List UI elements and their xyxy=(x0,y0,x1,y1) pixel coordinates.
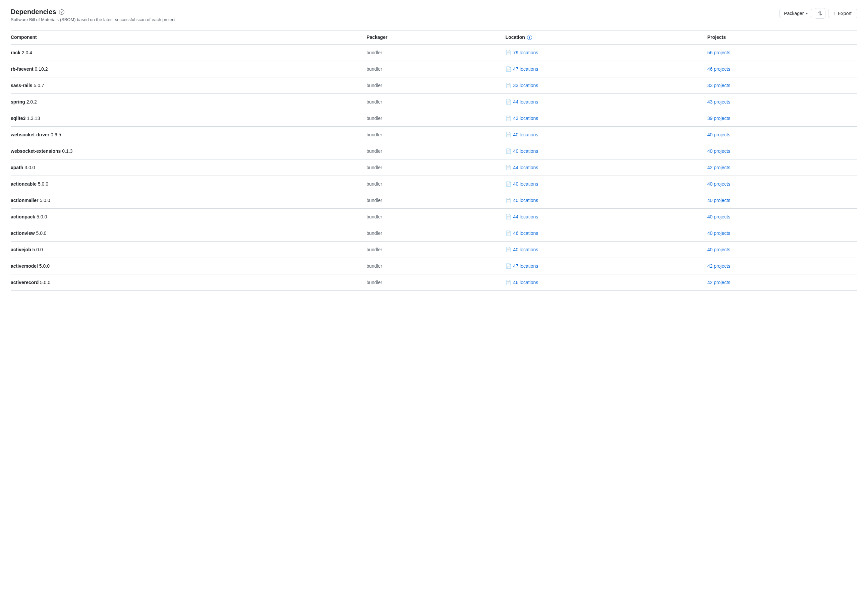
export-button[interactable]: ↑ Export xyxy=(828,9,857,18)
packager-label: Packager xyxy=(784,11,804,16)
component-cell: actionmailer 5.0.0 xyxy=(11,192,367,209)
packager-dropdown[interactable]: Packager ▾ xyxy=(779,9,812,18)
projects-link[interactable]: 39 projects xyxy=(707,116,730,121)
projects-link[interactable]: 40 projects xyxy=(707,132,730,137)
location-text: 43 locations xyxy=(513,116,538,121)
projects-link[interactable]: 40 projects xyxy=(707,230,730,236)
projects-cell: 42 projects xyxy=(707,159,857,176)
projects-link[interactable]: 42 projects xyxy=(707,280,730,285)
projects-link[interactable]: 42 projects xyxy=(707,165,730,170)
location-text: 46 locations xyxy=(513,230,538,236)
location-link[interactable]: 📄46 locations xyxy=(506,280,702,285)
table-row: websocket-extensions 0.1.3bundler📄40 loc… xyxy=(11,143,857,159)
location-cell: 📄40 locations xyxy=(506,127,707,143)
file-icon: 📄 xyxy=(506,230,511,236)
projects-link[interactable]: 40 projects xyxy=(707,148,730,154)
projects-link[interactable]: 42 projects xyxy=(707,263,730,269)
component-cell: sass-rails 5.0.7 xyxy=(11,77,367,94)
col-projects: Projects xyxy=(707,31,857,44)
file-icon: 📄 xyxy=(506,181,511,187)
location-cell: 📄44 locations xyxy=(506,159,707,176)
component-version: 1.3.13 xyxy=(27,116,40,121)
file-icon: 📄 xyxy=(506,116,511,121)
export-icon: ↑ xyxy=(834,11,836,16)
location-link[interactable]: 📄40 locations xyxy=(506,247,702,252)
location-info-icon[interactable]: i xyxy=(527,35,532,40)
location-text: 47 locations xyxy=(513,66,538,72)
location-text: 44 locations xyxy=(513,165,538,170)
location-text: 44 locations xyxy=(513,214,538,220)
location-link[interactable]: 📄79 locations xyxy=(506,50,702,55)
component-name: actionmailer xyxy=(11,198,38,203)
component-name: activejob xyxy=(11,247,31,252)
component-version: 0.10.2 xyxy=(35,66,48,72)
component-name: sass-rails xyxy=(11,83,33,88)
location-link[interactable]: 📄44 locations xyxy=(506,214,702,220)
location-link[interactable]: 📄40 locations xyxy=(506,148,702,154)
component-version: 0.6.5 xyxy=(50,132,61,137)
packager-cell: bundler xyxy=(367,209,505,225)
packager-cell: bundler xyxy=(367,143,505,159)
location-text: 46 locations xyxy=(513,280,538,285)
location-link[interactable]: 📄44 locations xyxy=(506,165,702,170)
component-name: actionview xyxy=(11,230,35,236)
component-name: activerecord xyxy=(11,280,38,285)
location-text: 44 locations xyxy=(513,99,538,105)
projects-cell: 43 projects xyxy=(707,94,857,110)
projects-cell: 40 projects xyxy=(707,143,857,159)
projects-link[interactable]: 40 projects xyxy=(707,181,730,187)
component-cell: actioncable 5.0.0 xyxy=(11,176,367,192)
table-row: sass-rails 5.0.7bundler📄33 locations33 p… xyxy=(11,77,857,94)
location-link[interactable]: 📄47 locations xyxy=(506,66,702,72)
file-icon: 📄 xyxy=(506,263,511,269)
packager-cell: bundler xyxy=(367,242,505,258)
sort-icon: ⇅ xyxy=(818,10,822,17)
location-cell: 📄46 locations xyxy=(506,274,707,291)
table-row: actionmailer 5.0.0bundler📄40 locations40… xyxy=(11,192,857,209)
component-version: 5.0.0 xyxy=(37,214,47,220)
projects-link[interactable]: 40 projects xyxy=(707,198,730,203)
packager-cell: bundler xyxy=(367,159,505,176)
component-version: 5.0.0 xyxy=(40,280,50,285)
component-cell: activejob 5.0.0 xyxy=(11,242,367,258)
location-link[interactable]: 📄40 locations xyxy=(506,198,702,203)
projects-link[interactable]: 40 projects xyxy=(707,214,730,220)
table-row: rack 2.0.4bundler📄79 locations56 project… xyxy=(11,44,857,61)
help-icon[interactable]: ? xyxy=(59,9,64,15)
component-cell: websocket-extensions 0.1.3 xyxy=(11,143,367,159)
projects-link[interactable]: 40 projects xyxy=(707,247,730,252)
component-cell: rb-fsevent 0.10.2 xyxy=(11,61,367,77)
location-link[interactable]: 📄47 locations xyxy=(506,263,702,269)
component-version: 2.0.4 xyxy=(22,50,32,55)
location-text: 40 locations xyxy=(513,132,538,137)
location-link[interactable]: 📄43 locations xyxy=(506,116,702,121)
table-row: actionview 5.0.0bundler📄46 locations40 p… xyxy=(11,225,857,242)
projects-cell: 40 projects xyxy=(707,127,857,143)
location-cell: 📄40 locations xyxy=(506,176,707,192)
location-link[interactable]: 📄44 locations xyxy=(506,99,702,105)
location-link[interactable]: 📄40 locations xyxy=(506,181,702,187)
component-cell: spring 2.0.2 xyxy=(11,94,367,110)
projects-link[interactable]: 33 projects xyxy=(707,83,730,88)
file-icon: 📄 xyxy=(506,165,511,170)
table-row: xpath 3.0.0bundler📄44 locations42 projec… xyxy=(11,159,857,176)
table-row: actionpack 5.0.0bundler📄44 locations40 p… xyxy=(11,209,857,225)
table-row: activejob 5.0.0bundler📄40 locations40 pr… xyxy=(11,242,857,258)
location-link[interactable]: 📄40 locations xyxy=(506,132,702,137)
file-icon: 📄 xyxy=(506,148,511,154)
packager-cell: bundler xyxy=(367,61,505,77)
projects-link[interactable]: 46 projects xyxy=(707,66,730,72)
sort-button[interactable]: ⇅ xyxy=(815,8,825,19)
component-name: activemodel xyxy=(11,263,38,269)
title-row: Dependencies ? xyxy=(11,8,177,16)
projects-cell: 40 projects xyxy=(707,176,857,192)
export-label: Export xyxy=(838,11,852,16)
projects-link[interactable]: 56 projects xyxy=(707,50,730,55)
component-cell: activemodel 5.0.0 xyxy=(11,258,367,274)
location-link[interactable]: 📄33 locations xyxy=(506,83,702,88)
location-link[interactable]: 📄46 locations xyxy=(506,230,702,236)
projects-link[interactable]: 43 projects xyxy=(707,99,730,105)
col-location: Location i xyxy=(506,31,707,44)
component-cell: websocket-driver 0.6.5 xyxy=(11,127,367,143)
component-version: 2.0.2 xyxy=(27,99,37,105)
